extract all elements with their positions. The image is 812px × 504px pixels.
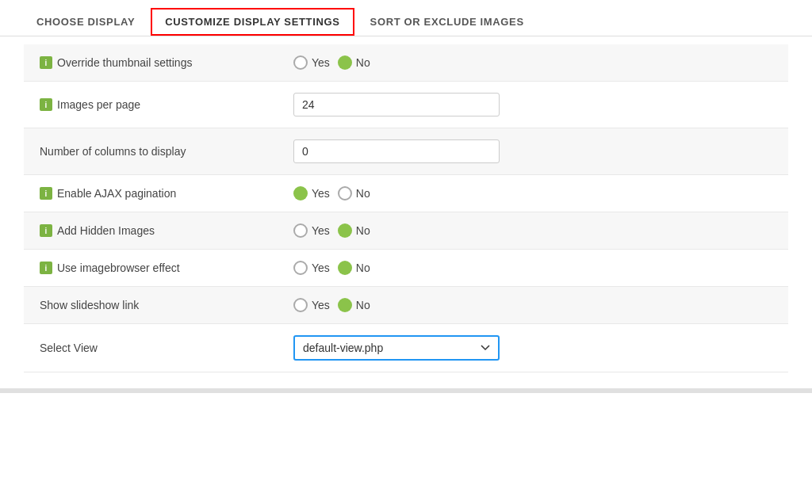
radio-group-add-hidden-images: YesNo bbox=[293, 223, 370, 238]
row-control-override-thumbnail: YesNo bbox=[293, 55, 370, 70]
radio-dot-no-add-hidden-images bbox=[338, 223, 352, 238]
radio-yes-imagebrowser-effect[interactable]: Yes bbox=[293, 261, 330, 275]
row-label-imagebrowser-effect: iUse imagebrowser effect bbox=[40, 262, 293, 274]
radio-dot-no-imagebrowser-effect bbox=[338, 261, 352, 275]
radio-circle-yes-show-slideshow bbox=[293, 298, 308, 312]
label-text-select-view: Select View bbox=[40, 342, 98, 354]
row-label-add-hidden-images: iAdd Hidden Images bbox=[40, 224, 293, 237]
settings-row-show-slideshow: Show slideshow linkYesNo bbox=[24, 287, 788, 324]
radio-dot-no-show-slideshow bbox=[338, 298, 352, 312]
row-control-images-per-page bbox=[293, 93, 500, 116]
row-label-select-view: Select View bbox=[40, 342, 293, 354]
row-label-images-per-page: iImages per page bbox=[40, 98, 293, 111]
settings-row-override-thumbnail: iOverride thumbnail settingsYesNo bbox=[24, 44, 788, 82]
row-label-enable-ajax: iEnable AJAX pagination bbox=[40, 187, 293, 200]
radio-circle-yes-imagebrowser-effect bbox=[293, 261, 308, 275]
label-text-show-slideshow: Show slideshow link bbox=[40, 299, 139, 311]
settings-row-images-per-page: iImages per page bbox=[24, 82, 788, 128]
radio-group-show-slideshow: YesNo bbox=[293, 298, 370, 312]
info-icon-images-per-page[interactable]: i bbox=[40, 98, 52, 111]
row-control-enable-ajax: YesNo bbox=[293, 186, 370, 200]
radio-yes-label-add-hidden-images: Yes bbox=[312, 224, 330, 237]
tab-sort-or-exclude-images[interactable]: SORT OR EXCLUDE IMAGES bbox=[358, 10, 537, 34]
info-icon-override-thumbnail[interactable]: i bbox=[40, 56, 52, 69]
radio-no-override-thumbnail[interactable]: No bbox=[338, 55, 370, 70]
settings-row-select-view: Select Viewdefault-view.phplist-view.php… bbox=[24, 324, 788, 372]
settings-row-add-hidden-images: iAdd Hidden ImagesYesNo bbox=[24, 212, 788, 250]
row-control-show-slideshow: YesNo bbox=[293, 298, 370, 312]
row-control-add-hidden-images: YesNo bbox=[293, 223, 370, 238]
radio-no-enable-ajax[interactable]: No bbox=[338, 186, 370, 200]
info-icon-enable-ajax[interactable]: i bbox=[40, 187, 52, 200]
row-label-override-thumbnail: iOverride thumbnail settings bbox=[40, 56, 293, 69]
label-text-imagebrowser-effect: Use imagebrowser effect bbox=[57, 262, 180, 274]
row-control-select-view: default-view.phplist-view.phpmasonry-vie… bbox=[293, 335, 500, 361]
radio-no-add-hidden-images[interactable]: No bbox=[338, 223, 370, 238]
radio-yes-add-hidden-images[interactable]: Yes bbox=[293, 223, 330, 238]
radio-yes-enable-ajax[interactable]: Yes bbox=[293, 186, 330, 200]
tab-choose-display[interactable]: CHOOSE DISPLAY bbox=[24, 10, 147, 34]
radio-no-label-add-hidden-images: No bbox=[356, 224, 370, 237]
tabs-bar: CHOOSE DISPLAYCUSTOMIZE DISPLAY SETTINGS… bbox=[0, 0, 812, 36]
radio-no-label-show-slideshow: No bbox=[356, 299, 370, 311]
radio-yes-label-override-thumbnail: Yes bbox=[312, 56, 330, 69]
info-icon-add-hidden-images[interactable]: i bbox=[40, 224, 52, 237]
radio-no-show-slideshow[interactable]: No bbox=[338, 298, 370, 312]
label-text-images-per-page: Images per page bbox=[57, 98, 140, 111]
row-control-columns-to-display bbox=[293, 139, 500, 163]
settings-row-imagebrowser-effect: iUse imagebrowser effectYesNo bbox=[24, 250, 788, 287]
info-icon-imagebrowser-effect[interactable]: i bbox=[40, 262, 52, 274]
select-select-view[interactable]: default-view.phplist-view.phpmasonry-vie… bbox=[293, 335, 500, 361]
row-label-show-slideshow: Show slideshow link bbox=[40, 299, 293, 311]
radio-no-label-override-thumbnail: No bbox=[356, 56, 370, 69]
radio-circle-yes-add-hidden-images bbox=[293, 223, 308, 238]
radio-no-label-enable-ajax: No bbox=[356, 187, 370, 200]
radio-no-label-imagebrowser-effect: No bbox=[356, 262, 370, 274]
row-control-imagebrowser-effect: YesNo bbox=[293, 261, 370, 275]
radio-dot-yes-enable-ajax bbox=[293, 186, 308, 200]
label-text-enable-ajax: Enable AJAX pagination bbox=[57, 187, 176, 200]
text-input-images-per-page[interactable] bbox=[293, 93, 500, 116]
radio-circle-yes-override-thumbnail bbox=[293, 55, 308, 70]
radio-yes-label-enable-ajax: Yes bbox=[312, 187, 330, 200]
bottom-border bbox=[0, 388, 812, 393]
radio-group-override-thumbnail: YesNo bbox=[293, 55, 370, 70]
radio-no-imagebrowser-effect[interactable]: No bbox=[338, 261, 370, 275]
settings-row-columns-to-display: Number of columns to display bbox=[24, 128, 788, 175]
text-input-columns-to-display[interactable] bbox=[293, 139, 500, 163]
radio-yes-label-imagebrowser-effect: Yes bbox=[312, 262, 330, 274]
settings-row-enable-ajax: iEnable AJAX paginationYesNo bbox=[24, 175, 788, 212]
radio-group-enable-ajax: YesNo bbox=[293, 186, 370, 200]
row-label-columns-to-display: Number of columns to display bbox=[40, 145, 293, 158]
label-text-columns-to-display: Number of columns to display bbox=[40, 145, 186, 158]
radio-dot-no-override-thumbnail bbox=[338, 55, 352, 70]
radio-yes-show-slideshow[interactable]: Yes bbox=[293, 298, 330, 312]
radio-yes-override-thumbnail[interactable]: Yes bbox=[293, 55, 330, 70]
radio-group-imagebrowser-effect: YesNo bbox=[293, 261, 370, 275]
label-text-override-thumbnail: Override thumbnail settings bbox=[57, 56, 192, 69]
settings-content: iOverride thumbnail settingsYesNoiImages… bbox=[0, 36, 812, 380]
label-text-add-hidden-images: Add Hidden Images bbox=[57, 224, 155, 237]
tab-customize-display-settings[interactable]: CUSTOMIZE DISPLAY SETTINGS bbox=[151, 8, 354, 36]
radio-yes-label-show-slideshow: Yes bbox=[312, 299, 330, 311]
radio-circle-no-enable-ajax bbox=[338, 186, 352, 200]
